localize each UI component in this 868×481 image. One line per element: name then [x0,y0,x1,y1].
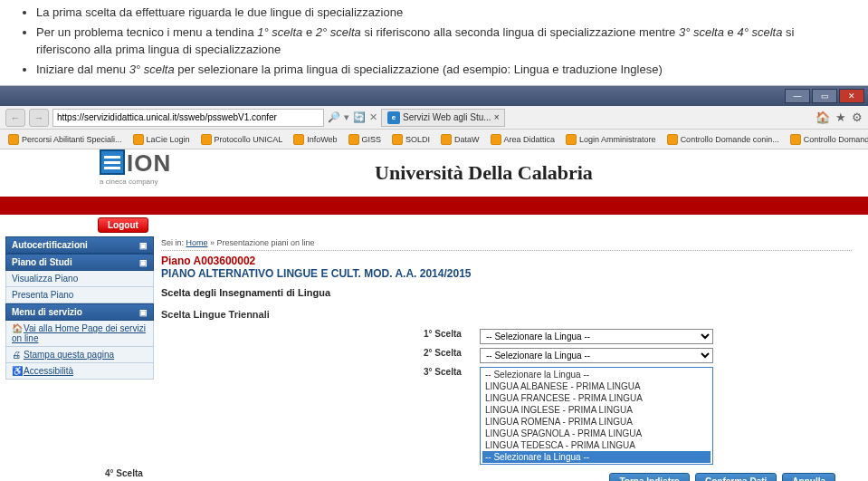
chevron-icon: ▣ [139,308,148,317]
label-scelta-1: 1° Scelta [424,329,480,339]
red-bar [0,198,868,215]
stop-icon[interactable]: ✕ [369,111,377,123]
instruction-1: La prima scelta da effettuare riguarda l… [36,4,852,22]
logo: ION a cineca company [100,149,171,186]
site-header: ION a cineca company Università Della Ca… [0,149,868,198]
gear-icon[interactable]: ⚙ [852,111,863,124]
favorites-icon[interactable]: ★ [835,111,846,124]
address-bar[interactable] [52,109,324,127]
breadcrumb: Sei in: Home » Presentazione piani on li… [161,236,852,251]
tab-close-icon[interactable]: × [494,112,500,122]
fav-icon [441,134,452,145]
fav-1[interactable]: LaCie Login [129,134,195,145]
option[interactable]: LINGUA INGLESE - PRIMA LINGUA [482,404,711,416]
back-button[interactable]: Torna Indietro [609,473,689,481]
minimize-button[interactable]: — [785,89,810,103]
instruction-block: La prima scelta da effettuare riguarda l… [0,0,868,85]
url-actions: 🔎 ▾ 🔄 ✕ [328,111,377,123]
label-scelta-2: 2° Scelta [424,348,480,358]
browser-tab[interactable]: e Servizi Web agli Stu... × [381,109,505,127]
fav-icon [133,134,144,145]
fav-0[interactable]: Percorsi Abilitanti Speciali... [4,134,127,145]
favorites-bar: Percorsi Abilitanti Speciali... LaCie Lo… [0,130,868,149]
fav-8[interactable]: Login Amministratore [561,134,661,145]
option-selected[interactable]: -- Selezionare la Lingua -- [482,451,711,463]
fav-icon [392,134,403,145]
sidebar-sec-piano[interactable]: Piano di Studi▣ [5,254,154,271]
sidebar-sec-autocert[interactable]: Autocertificazioni▣ [5,236,154,254]
print-icon: 🖨 [12,350,21,359]
home-small-icon: 🏠 [12,323,21,332]
option[interactable]: LINGUA TEDESCA - PRIMA LINGUA [482,439,711,451]
plan-name: PIANO ALTERNATIVO LINGUE E CULT. MOD. A.… [161,267,852,280]
nav-back-icon[interactable]: ← [5,109,25,127]
chevron-icon: ▣ [139,258,148,267]
accessibility-icon: ♿ [12,366,21,375]
breadcrumb-home[interactable]: Home [186,238,208,247]
search-icon[interactable]: 🔎 [328,111,340,123]
sidebar-item-home[interactable]: 🏠Vai alla Home Page dei servizi on line [5,321,154,347]
window-titlebar: — ▭ ✕ [0,86,868,106]
page-title: Università Della Calabria [100,161,868,185]
fav-icon [566,134,577,145]
option[interactable]: LINGUA ROMENA - PRIMA LINGUA [482,416,711,428]
tab-label: Servizi Web agli Stu... [403,112,491,122]
sidebar-item-print[interactable]: 🖨Stampa questa pagina [5,347,154,363]
logo-text: ION [125,149,171,178]
fav-icon [491,134,501,145]
lock-icon: ▾ [344,111,349,123]
option[interactable]: LINGUA FRANCESE - PRIMA LINGUA [482,392,711,404]
sidebar-item-visualizza[interactable]: Visualizza Piano [5,271,154,287]
ie-icon: e [387,111,400,124]
confirm-button[interactable]: Conferma Dati [695,473,777,481]
sidebar-item-presenta[interactable]: Presenta Piano [5,287,154,303]
select-scelta-3[interactable]: -- Selezionare la Lingua -- LINGUA ALBAN… [480,367,713,465]
select-scelta-1[interactable]: -- Selezionare la Lingua -- [480,329,713,344]
refresh-icon[interactable]: 🔄 [353,111,366,123]
section-title: Scelta degli Insegnamenti di Lingua [161,287,852,298]
maximize-button[interactable]: ▭ [812,89,837,103]
subsection-title: Scelta Lingue Triennali [161,309,852,320]
fav-2[interactable]: Protocollo UNICAL [196,134,288,145]
fav-7[interactable]: Area Didattica [486,134,560,145]
fav-icon [790,134,801,145]
sidebar: Autocertificazioni▣ Piano di Studi▣ Visu… [5,236,154,481]
option[interactable]: LINGUA ALBANESE - PRIMA LINGUA [482,380,711,392]
main-content: Sei in: Home » Presentazione piani on li… [161,236,868,481]
fav-icon [8,134,19,145]
select-scelta-2[interactable]: -- Selezionare la Lingua -- [480,348,713,363]
logout-button[interactable]: Logout [98,217,148,233]
fav-icon [201,134,212,145]
sidebar-item-accessibility[interactable]: ♿Accessibilità [5,363,154,380]
fav-10[interactable]: Controllo Domande online [786,134,868,145]
plan-code: Piano A003600002 [161,255,852,267]
instruction-2: Per un problema tecnico i menu a tendina… [36,24,852,59]
option[interactable]: -- Selezionare la Lingua -- [482,369,711,380]
fav-3[interactable]: InfoWeb [289,134,341,145]
home-icon[interactable]: 🏠 [816,111,830,124]
fav-4[interactable]: GISS [344,134,386,145]
label-scelta-4: 4° Scelta [105,468,161,478]
logo-subtitle: a cineca company [100,178,171,186]
close-button[interactable]: ✕ [839,89,864,103]
fav-5[interactable]: SOLDI [387,134,434,145]
fav-9[interactable]: Controllo Domande conin... [663,134,784,145]
instruction-3: Iniziare dal menu 3° scelta per selezion… [36,61,852,79]
fav-icon [348,134,359,145]
nav-forward-icon[interactable]: → [29,109,49,127]
logo-icon [100,149,125,175]
cancel-button[interactable]: Annulla [782,473,835,481]
option[interactable]: LINGUA SPAGNOLA - PRIMA LINGUA [482,428,711,439]
sidebar-sec-servizio[interactable]: Menu di servizio▣ [5,303,154,321]
fav-icon [667,134,678,145]
fav-icon [293,134,304,145]
label-scelta-3: 3° Scelta [424,367,480,377]
chevron-icon: ▣ [139,241,148,250]
fav-6[interactable]: DataW [436,134,484,145]
